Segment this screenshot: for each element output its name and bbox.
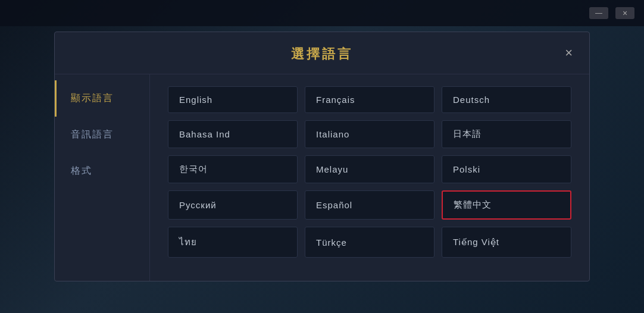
lang-button-melayu[interactable]: Melayu [305, 155, 434, 183]
lang-button-english[interactable]: English [168, 86, 298, 113]
content-area: EnglishFrançaisDeutschBahasa IndItaliano… [150, 74, 589, 281]
lang-button-vietnamese[interactable]: Tiếng Việt [442, 227, 571, 258]
lang-button-deutsch[interactable]: Deutsch [442, 86, 571, 113]
lang-button-russian[interactable]: Русский [168, 190, 298, 220]
lang-button-thai[interactable]: ไทย [168, 227, 298, 258]
modal-close-button[interactable]: × [560, 44, 577, 62]
sidebar-item-audio[interactable]: 音訊語言 [55, 117, 149, 153]
lang-button-japanese[interactable]: 日本語 [442, 120, 571, 148]
lang-button-italiano[interactable]: Italiano [305, 120, 434, 148]
lang-button-bahasa[interactable]: Bahasa Ind [168, 120, 298, 148]
lang-button-espanol[interactable]: Español [305, 190, 434, 220]
sidebar-item-display[interactable]: 顯示語言 [55, 80, 149, 117]
lang-button-francais[interactable]: Français [305, 86, 434, 113]
lang-button-tchinese[interactable]: 繁體中文 [442, 190, 571, 220]
language-modal: 選擇語言 × 顯示語言音訊語言格式 EnglishFrançaisDeutsch… [54, 32, 590, 281]
sidebar: 顯示語言音訊語言格式 [55, 74, 150, 281]
modal-body: 顯示語言音訊語言格式 EnglishFrançaisDeutschBahasa … [55, 74, 589, 281]
modal-title: 選擇語言 [291, 45, 353, 63]
modal-backdrop: 選擇語言 × 顯示語言音訊語言格式 EnglishFrançaisDeutsch… [0, 0, 644, 313]
language-grid: EnglishFrançaisDeutschBahasa IndItaliano… [168, 86, 571, 258]
modal-header: 選擇語言 × [55, 32, 589, 74]
lang-button-polski[interactable]: Polski [442, 155, 571, 183]
lang-button-turkce[interactable]: Türkçe [305, 227, 434, 258]
lang-button-korean[interactable]: 한국어 [168, 155, 298, 183]
sidebar-item-format[interactable]: 格式 [55, 153, 149, 189]
